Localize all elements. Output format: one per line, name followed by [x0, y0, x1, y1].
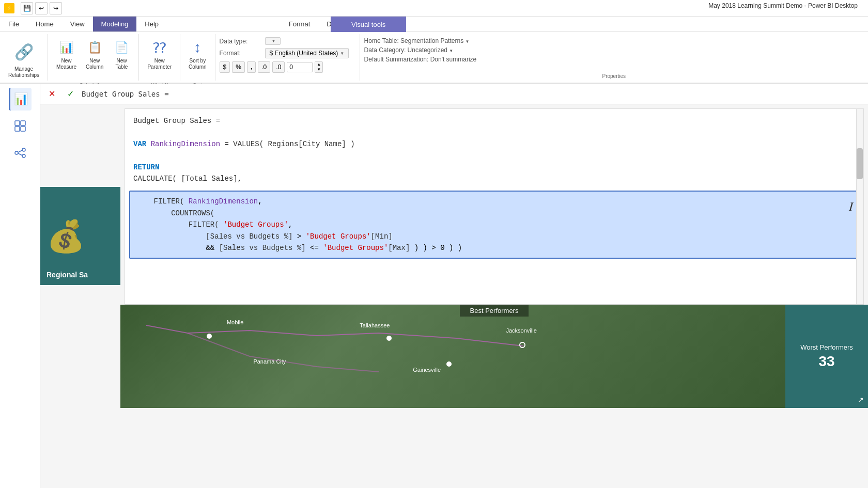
new-column-label: NewColumn — [86, 58, 103, 70]
new-measure-button[interactable]: 📊 NewMeasure — [52, 37, 81, 72]
whatif-content: ⁇ NewParameter — [139, 34, 180, 83]
new-parameter-button[interactable]: ⁇ NewParameter — [143, 37, 176, 72]
decimal-input[interactable] — [287, 62, 313, 72]
data-category-value: Data Category: Uncategorized — [364, 46, 447, 54]
formatting-content: Data type: ▼ Format: $ English (United S… — [215, 34, 360, 83]
code-editor[interactable]: Budget Group Sales = VAR RankingDimensio… — [125, 108, 864, 305]
sidebar-model-icon[interactable] — [9, 141, 32, 164]
code-line-2: VAR RankingDimension = VALUES( Regions[C… — [133, 138, 855, 150]
new-table-button[interactable]: 📄 NewTable — [109, 37, 134, 72]
home-table-value: Home Table: Segmentation Patterns — [364, 37, 464, 44]
ribbon-group-relationships: 🔗 ManageRelationships Relationships — [0, 34, 48, 81]
sidebar-report-icon[interactable]: 📊 — [9, 88, 32, 111]
map-paths-svg — [120, 305, 785, 408]
best-performers-banner: Best Performers — [460, 305, 529, 317]
data-category-arrow-icon[interactable]: ▼ — [449, 49, 453, 53]
city-tallahassee: Tallahassee — [360, 322, 390, 328]
properties-content: Home Table: Segmentation Patterns ▼ Data… — [360, 34, 868, 73]
menu-home[interactable]: Home — [27, 17, 62, 32]
manage-relationships-icon: 🔗 — [11, 39, 36, 64]
title-bar-left: ⚡ 💾 ↩ ↪ — [4, 2, 62, 14]
code-line-4: CALCULATE( [Total Sales], — [133, 173, 855, 184]
code-line-blank2 — [133, 150, 855, 161]
code-line-blank — [133, 127, 855, 138]
svg-rect-1 — [21, 121, 25, 125]
svg-rect-0 — [15, 121, 20, 125]
format-dropdown[interactable]: $ English (United States) ▼ — [265, 48, 349, 58]
new-table-icon: 📄 — [113, 39, 130, 56]
data-type-row: Data type: ▼ — [220, 37, 281, 45]
selected-line-4: [Sales vs Budgets %] > 'Budget Groups'[M… — [136, 231, 852, 242]
svg-line-8 — [18, 153, 22, 155]
home-table-row: Home Table: Segmentation Patterns ▼ — [364, 37, 470, 44]
selected-line-3: FILTER( 'Budget Groups', — [136, 219, 852, 230]
expand-icon[interactable]: ↗ — [858, 396, 864, 404]
app-icon: ⚡ — [4, 3, 14, 13]
new-parameter-label: NewParameter — [147, 58, 172, 70]
formula-text: Budget Group Sales = — [82, 90, 864, 98]
scrollbar-thumb[interactable] — [857, 148, 863, 179]
percent-button[interactable]: % — [232, 61, 245, 73]
ribbon-group-properties: Home Table: Segmentation Patterns ▼ Data… — [360, 34, 868, 81]
sidebar-data-icon[interactable] — [9, 115, 32, 137]
calculations-content: 📊 NewMeasure 📋 NewColumn 📄 NewTable — [48, 34, 138, 83]
window-title: May 2018 Learning Summit Demo - Power BI… — [708, 2, 868, 9]
city-gainesville: Gainesville — [413, 367, 441, 373]
save-button[interactable]: 💾 — [21, 2, 33, 14]
sort-by-column-button[interactable]: ↕ Sort byColumn — [184, 37, 210, 72]
ribbon-group-sort: ↕ Sort byColumn Sort — [180, 34, 215, 81]
format-row: Format: $ English (United States) ▼ — [220, 48, 349, 58]
map-dot-tallahassee — [386, 336, 392, 341]
formula-cancel-button[interactable]: ✕ — [44, 87, 59, 101]
format-arrow-icon: ▼ — [340, 51, 344, 56]
new-parameter-icon: ⁇ — [151, 39, 168, 56]
new-measure-icon: 📊 — [58, 39, 75, 56]
svg-point-4 — [15, 151, 18, 154]
menu-modeling[interactable]: Modeling — [93, 17, 137, 32]
manage-relationships-button[interactable]: 🔗 ManageRelationships — [4, 37, 43, 81]
menu-view[interactable]: View — [62, 17, 93, 32]
decimal-spinner: ▲ ▼ — [315, 61, 323, 73]
regional-sales-thumbnail[interactable]: 💰 Regional Sa — [40, 187, 120, 285]
data-type-label: Data type: — [220, 38, 261, 45]
decimal-dec-button[interactable]: .0 — [272, 61, 285, 73]
relationships-content: 🔗 ManageRelationships — [0, 34, 48, 91]
svg-rect-3 — [21, 127, 25, 131]
new-column-button[interactable]: 📋 NewColumn — [82, 37, 107, 72]
ribbon: 🔗 ManageRelationships Relationships 📊 Ne… — [0, 32, 868, 84]
code-line-3: RETURN — [133, 162, 855, 173]
city-mobile: Mobile — [227, 319, 243, 325]
menu-bar: Visual tools File Home View Modeling Hel… — [0, 17, 868, 32]
undo-button[interactable]: ↩ — [35, 2, 48, 14]
formula-confirm-button[interactable]: ✓ — [63, 87, 78, 101]
data-type-dropdown[interactable]: ▼ — [265, 37, 281, 45]
sort-by-column-icon: ↕ — [189, 39, 206, 56]
redo-button[interactable]: ↪ — [50, 2, 62, 14]
spinner-up-button[interactable]: ▲ — [315, 62, 322, 67]
currency-button[interactable]: $ — [220, 61, 230, 73]
regional-sales-label: Regional Sa — [47, 271, 88, 279]
menu-format[interactable]: Format — [281, 17, 318, 32]
visual-tools-tab: Visual tools — [331, 17, 406, 32]
new-table-label: NewTable — [115, 58, 128, 70]
format-value: $ English (United States) — [270, 50, 338, 57]
format-label: Format: — [220, 50, 261, 57]
properties-group-title: Properties — [360, 73, 868, 81]
spinner-down-button[interactable]: ▼ — [315, 67, 322, 72]
selected-line-1: FILTER( RankingDimension, — [136, 196, 852, 207]
worst-performers-title: Worst Performers — [800, 343, 853, 351]
home-table-arrow-icon[interactable]: ▼ — [465, 39, 469, 44]
code-scrollbar[interactable] — [856, 109, 863, 304]
decimal-inc-button[interactable]: .0 — [258, 61, 270, 73]
ribbon-group-formatting: Data type: ▼ Format: $ English (United S… — [215, 34, 360, 81]
comma-button[interactable]: , — [247, 61, 256, 73]
worst-performers-count: 33 — [818, 353, 834, 370]
worst-performers-panel: Worst Performers 33 ↗ — [785, 305, 868, 408]
visual-tools-label: Visual tools — [351, 21, 385, 28]
code-line-1: Budget Group Sales = — [133, 115, 855, 127]
code-area: Budget Group Sales = VAR RankingDimensio… — [125, 109, 863, 191]
map-visual: Mobile Tallahassee Jacksonville Panama C… — [120, 305, 785, 408]
menu-help[interactable]: Help — [136, 17, 167, 32]
ribbon-group-whatif: ⁇ NewParameter What If — [139, 34, 180, 81]
menu-file[interactable]: File — [0, 17, 27, 32]
